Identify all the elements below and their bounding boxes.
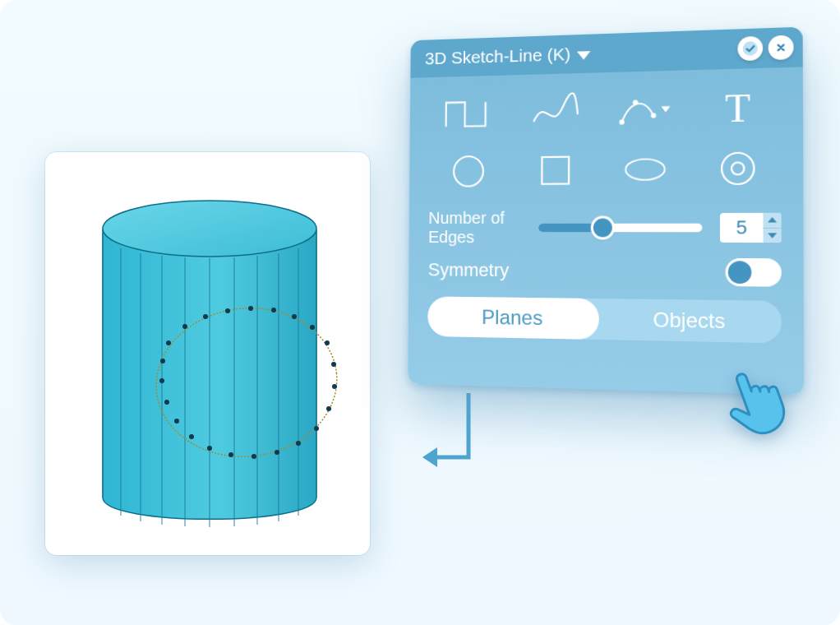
seg-objects[interactable]: Objects xyxy=(599,299,782,343)
slider-thumb[interactable] xyxy=(593,219,612,238)
svg-point-35 xyxy=(160,359,165,363)
close-button[interactable] xyxy=(768,35,794,61)
seg-planes[interactable]: Planes xyxy=(427,296,599,340)
edges-stepper[interactable]: 5 xyxy=(720,213,782,243)
bezier-icon xyxy=(616,86,675,135)
tool-curve[interactable] xyxy=(511,81,600,142)
tool-circle[interactable] xyxy=(426,141,512,201)
svg-point-18 xyxy=(271,308,276,312)
panel-title[interactable]: 3D Sketch-Line (K) xyxy=(425,44,591,69)
svg-point-31 xyxy=(189,434,194,439)
symmetry-toggle[interactable] xyxy=(726,258,782,287)
curve-icon xyxy=(527,87,584,136)
edges-label: Number of Edges xyxy=(428,208,527,247)
svg-rect-43 xyxy=(542,157,569,184)
chevron-down-icon xyxy=(768,233,777,238)
ring-icon xyxy=(714,150,761,187)
tool-ellipse[interactable] xyxy=(599,139,690,200)
chevron-down-icon xyxy=(577,51,591,60)
tool-polyline[interactable] xyxy=(426,83,511,142)
stepper-up[interactable] xyxy=(764,213,782,229)
panel-title-label: 3D Sketch-Line (K) xyxy=(425,44,570,69)
square-icon xyxy=(533,152,577,188)
svg-point-15 xyxy=(203,314,208,319)
svg-point-16 xyxy=(225,308,230,313)
svg-point-22 xyxy=(331,362,336,367)
sketch-panel-wrap: 3D Sketch-Line (K) xyxy=(409,39,809,418)
check-icon xyxy=(742,40,759,57)
svg-point-42 xyxy=(454,156,483,187)
cylinder-model xyxy=(45,152,370,555)
svg-point-13 xyxy=(166,340,171,345)
confirm-button[interactable] xyxy=(737,36,763,61)
stage: 3D Sketch-Line (K) xyxy=(0,0,840,625)
polyline-icon xyxy=(441,90,496,137)
edges-slider[interactable] xyxy=(538,224,702,233)
chevron-up-icon xyxy=(768,217,777,222)
tool-ring[interactable] xyxy=(690,137,785,199)
svg-point-23 xyxy=(332,384,337,389)
sketch-tool-panel: 3D Sketch-Line (K) xyxy=(408,27,804,396)
toggle-knob xyxy=(728,261,752,284)
svg-point-29 xyxy=(228,452,233,457)
svg-text:T: T xyxy=(725,85,750,130)
svg-point-44 xyxy=(625,159,665,180)
svg-point-17 xyxy=(248,306,253,311)
svg-point-21 xyxy=(325,340,330,345)
svg-point-28 xyxy=(252,454,256,459)
circle-icon xyxy=(447,154,490,189)
stepper-arrows xyxy=(764,213,782,243)
svg-point-24 xyxy=(326,406,331,411)
svg-point-30 xyxy=(207,446,212,451)
symmetry-row: Symmetry xyxy=(408,250,803,292)
svg-point-46 xyxy=(732,162,744,174)
svg-point-45 xyxy=(722,153,754,184)
symmetry-label: Symmetry xyxy=(428,259,510,281)
svg-point-19 xyxy=(292,314,297,319)
svg-point-14 xyxy=(182,324,187,329)
tool-bezier[interactable] xyxy=(599,79,690,141)
close-icon xyxy=(773,39,789,56)
svg-point-38 xyxy=(619,119,624,124)
svg-point-32 xyxy=(174,419,179,424)
stepper-down[interactable] xyxy=(764,228,782,243)
edges-value: 5 xyxy=(720,213,764,243)
svg-point-25 xyxy=(314,426,319,431)
text-icon: T xyxy=(707,83,768,133)
svg-point-0 xyxy=(103,201,316,257)
symmetry-mode-segmented[interactable]: Planes Objects xyxy=(427,296,782,343)
svg-point-36 xyxy=(743,41,758,56)
tool-square[interactable] xyxy=(511,141,600,201)
svg-point-34 xyxy=(159,378,164,383)
ellipse-icon xyxy=(622,151,667,188)
tool-grid: T xyxy=(409,67,803,206)
svg-point-33 xyxy=(164,400,169,405)
svg-point-27 xyxy=(275,450,279,455)
model-preview-card xyxy=(45,152,370,555)
svg-point-20 xyxy=(310,325,315,330)
svg-point-26 xyxy=(296,441,301,446)
edges-row: Number of Edges 5 xyxy=(409,204,804,252)
tool-text[interactable]: T xyxy=(690,76,785,139)
panel-header-actions xyxy=(737,35,793,62)
